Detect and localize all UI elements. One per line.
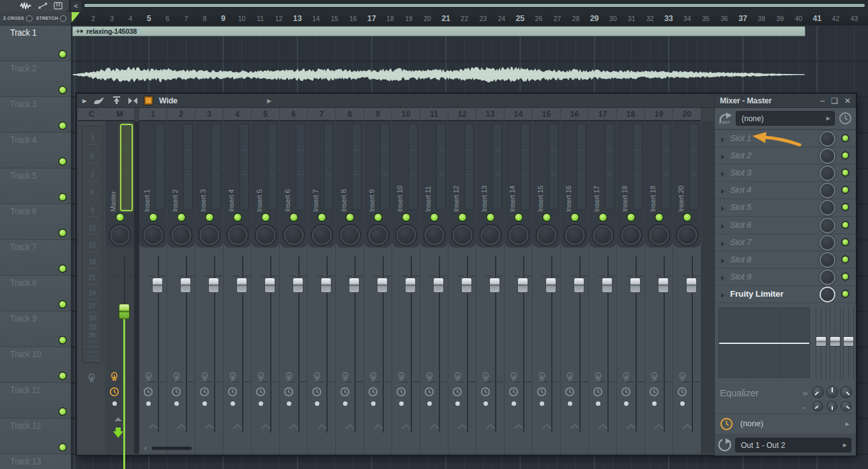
- insert-input-icon[interactable]: [482, 372, 490, 382]
- header-insert[interactable]: 18: [617, 108, 644, 121]
- eq-band-slider[interactable]: [816, 306, 826, 379]
- header-insert[interactable]: 20: [673, 108, 701, 121]
- close-button[interactable]: ✕: [844, 97, 851, 105]
- header-insert[interactable]: 17: [589, 108, 616, 121]
- insert-strip[interactable]: Insert 13: [476, 121, 504, 454]
- insert-fader-handle[interactable]: [489, 278, 500, 293]
- master-fader-handle[interactable]: [119, 304, 130, 319]
- header-insert[interactable]: 13: [476, 108, 504, 121]
- insert-strip[interactable]: Insert 5: [252, 121, 279, 454]
- insert-route-icon[interactable]: [514, 424, 524, 429]
- track-led[interactable]: [59, 337, 66, 343]
- track-led[interactable]: [59, 158, 66, 165]
- header-current[interactable]: C: [78, 108, 105, 121]
- insert-input-icon[interactable]: [285, 372, 293, 382]
- insert-route-icon[interactable]: [429, 424, 439, 429]
- insert-fader-handle[interactable]: [152, 278, 163, 293]
- master-select-dot[interactable]: [112, 401, 117, 406]
- header-insert[interactable]: 5: [252, 108, 279, 121]
- track-led[interactable]: [59, 408, 66, 415]
- audio-waveform[interactable]: [73, 63, 805, 87]
- insert-latency-clock-icon[interactable]: [284, 387, 294, 397]
- slot-enable-led[interactable]: [842, 153, 848, 158]
- insert-strip[interactable]: Insert 20: [673, 121, 701, 454]
- slot-enable-led[interactable]: [842, 239, 848, 245]
- insert-select-dot[interactable]: [568, 401, 572, 406]
- insert-strip[interactable]: Insert 1: [139, 121, 167, 454]
- insert-select-dot[interactable]: [287, 401, 291, 406]
- insert-pan-knob[interactable]: [199, 225, 219, 245]
- insert-input-icon[interactable]: [538, 372, 546, 382]
- insert-enable-led[interactable]: [206, 214, 213, 221]
- eq-gain-knob[interactable]: [840, 386, 852, 398]
- eq-slider-handle[interactable]: [843, 336, 854, 346]
- insert-enable-led[interactable]: [262, 214, 269, 221]
- mixer-scrollbar[interactable]: ‹: [144, 443, 192, 452]
- insert-select-dot[interactable]: [146, 401, 151, 406]
- insert-latency-clock-icon[interactable]: [143, 387, 153, 397]
- insert-strip[interactable]: Insert 19: [645, 121, 673, 454]
- track-row[interactable]: Track 6...: [0, 204, 71, 240]
- insert-fader-handle[interactable]: [321, 278, 331, 293]
- insert-fader-handle[interactable]: [602, 278, 613, 293]
- track-options[interactable]: ...: [11, 159, 18, 166]
- insert-latency-clock-icon[interactable]: [537, 387, 547, 397]
- insert-fader-handle[interactable]: [686, 278, 697, 293]
- eq-freq-knob[interactable]: [812, 401, 823, 412]
- track-led[interactable]: [59, 51, 66, 57]
- insert-pan-knob[interactable]: [480, 225, 500, 245]
- insert-route-icon[interactable]: [204, 424, 215, 429]
- insert-strip[interactable]: Insert 18: [617, 121, 644, 454]
- insert-strip[interactable]: Insert 15: [533, 121, 560, 454]
- insert-enable-led[interactable]: [655, 214, 662, 221]
- insert-route-icon[interactable]: [485, 424, 496, 429]
- audio-clip-header[interactable]: relaxing-145038: [72, 26, 805, 36]
- insert-input-icon[interactable]: [594, 372, 602, 382]
- master-latency-clock-icon[interactable]: [109, 387, 119, 397]
- fx-slot-active-plugin[interactable]: Fruity Limiter: [715, 285, 856, 302]
- insert-route-icon[interactable]: [682, 424, 692, 429]
- insert-pan-knob[interactable]: [396, 225, 416, 245]
- insert-select-dot[interactable]: [652, 401, 657, 406]
- insert-enable-led[interactable]: [515, 214, 522, 221]
- insert-fader-handle[interactable]: [208, 278, 219, 293]
- insert-pan-knob[interactable]: [537, 225, 556, 245]
- fx-slot[interactable]: Slot 6: [715, 216, 856, 234]
- eq-gain-knob[interactable]: [812, 386, 824, 398]
- header-insert[interactable]: 2: [167, 108, 195, 121]
- insert-route-icon[interactable]: [570, 424, 580, 429]
- insert-select-dot[interactable]: [371, 401, 376, 406]
- slot-enable-led[interactable]: [842, 274, 848, 279]
- insert-select-dot[interactable]: [624, 401, 628, 406]
- insert-input-icon[interactable]: [678, 372, 687, 382]
- insert-latency-clock-icon[interactable]: [255, 387, 266, 397]
- track-led[interactable]: [59, 444, 66, 450]
- insert-select-dot[interactable]: [174, 401, 179, 406]
- track-options[interactable]: ...: [11, 266, 18, 273]
- fx-slot[interactable]: Slot 3: [715, 164, 856, 181]
- fx-slot[interactable]: Slot 4: [715, 181, 856, 198]
- slot-expand-icon[interactable]: [721, 224, 724, 229]
- insert-route-icon[interactable]: [289, 424, 299, 429]
- mixer-layout-next-icon[interactable]: ▶: [267, 98, 271, 104]
- track-led[interactable]: [59, 265, 66, 272]
- track-row[interactable]: Track 5...: [0, 168, 71, 204]
- insert-pan-knob[interactable]: [255, 225, 275, 245]
- master-input-icon[interactable]: [110, 372, 119, 382]
- track-row[interactable]: Track 3...: [0, 97, 71, 133]
- insert-strip[interactable]: Insert 12: [448, 121, 476, 454]
- header-insert[interactable]: 15: [533, 108, 560, 121]
- header-master[interactable]: M: [105, 108, 134, 121]
- insert-enable-led[interactable]: [571, 214, 578, 221]
- insert-input-icon[interactable]: [369, 372, 377, 382]
- fx-slot[interactable]: Slot 9: [715, 268, 856, 285]
- insert-strip[interactable]: Insert 14: [505, 121, 532, 454]
- insert-fader-handle[interactable]: [377, 278, 388, 293]
- insert-route-icon[interactable]: [317, 424, 327, 429]
- slot-expand-icon[interactable]: [721, 172, 724, 177]
- fx-slot[interactable]: Slot 1: [715, 130, 856, 147]
- insert-select-dot[interactable]: [427, 401, 432, 406]
- insert-enable-led[interactable]: [290, 214, 297, 221]
- insert-latency-clock-icon[interactable]: [312, 387, 322, 397]
- master-up-triangle-icon[interactable]: [114, 417, 122, 421]
